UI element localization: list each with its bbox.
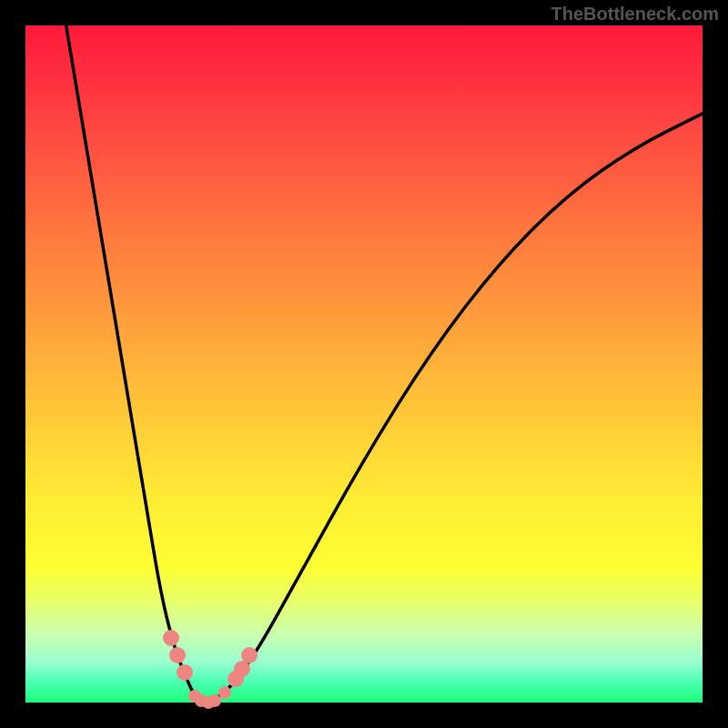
- chart-curves: [25, 25, 703, 703]
- data-marker: [177, 664, 193, 681]
- data-marker: [169, 647, 186, 663]
- watermark-text: TheBottleneck.com: [551, 4, 719, 25]
- left-curve-path: [66, 25, 208, 703]
- data-marker: [163, 630, 179, 646]
- chart-plot-area: [25, 25, 703, 703]
- data-marker: [218, 686, 231, 699]
- right-curve-path: [208, 114, 703, 703]
- data-marker: [241, 647, 258, 663]
